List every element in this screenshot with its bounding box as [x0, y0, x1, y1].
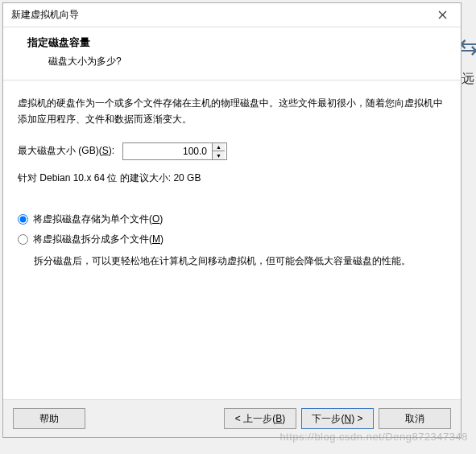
radio-split-files[interactable]: 将虚拟磁盘拆分成多个文件(M) [18, 233, 446, 246]
help-button[interactable]: 帮助 [13, 408, 85, 429]
header-section: 指定磁盘容量 磁盘大小为多少? [3, 27, 461, 80]
cancel-button[interactable]: 取消 [379, 408, 451, 429]
spinner-up-button[interactable]: ▲ [213, 143, 225, 152]
content-area: 虚拟机的硬盘作为一个或多个文件存储在主机的物理磁盘中。这些文件最初很小，随着您向… [3, 80, 461, 399]
disk-size-label: 最大磁盘大小 (GB)(S): [18, 144, 114, 158]
close-button[interactable] [430, 6, 454, 25]
next-button[interactable]: 下一步(N) > [301, 408, 374, 429]
window-title: 新建虚拟机向导 [11, 8, 79, 22]
recommended-size-text: 针对 Debian 10.x 64 位 的建议大小: 20 GB [18, 171, 446, 185]
radio-split-files-input[interactable] [18, 234, 28, 245]
back-button[interactable]: < 上一步(B) [224, 408, 296, 429]
disk-size-input[interactable] [123, 143, 212, 159]
disk-file-radio-group: 将虚拟磁盘存储为单个文件(O) 将虚拟磁盘拆分成多个文件(M) 拆分磁盘后，可以… [18, 213, 446, 269]
spinner-down-button[interactable]: ▼ [213, 151, 225, 159]
radio-split-files-label: 将虚拟磁盘拆分成多个文件(M) [33, 233, 163, 246]
footer: 帮助 < 上一步(B) 下一步(N) > 取消 [3, 399, 461, 437]
page-subtitle: 磁盘大小为多少? [27, 55, 445, 68]
disk-size-spinner[interactable]: ▲ ▼ [122, 142, 227, 160]
bg-partial-text: 远 [462, 71, 474, 88]
radio-single-file-label: 将虚拟磁盘存储为单个文件(O) [33, 213, 163, 226]
page-title: 指定磁盘容量 [27, 35, 445, 50]
radio-single-file-input[interactable] [18, 214, 28, 225]
split-note-text: 拆分磁盘后，可以更轻松地在计算机之间移动虚拟机，但可能会降低大容量磁盘的性能。 [18, 253, 446, 269]
close-icon [438, 10, 447, 19]
wizard-dialog: 新建虚拟机向导 指定磁盘容量 磁盘大小为多少? 虚拟机的硬盘作为一个或多个文件存… [2, 2, 462, 438]
bg-arrow-icon: ⇆ [459, 34, 476, 60]
titlebar: 新建虚拟机向导 [3, 3, 461, 27]
description-text: 虚拟机的硬盘作为一个或多个文件存储在主机的物理磁盘中。这些文件最初很小，随着您向… [18, 95, 446, 128]
radio-single-file[interactable]: 将虚拟磁盘存储为单个文件(O) [18, 213, 446, 226]
disk-size-row: 最大磁盘大小 (GB)(S): ▲ ▼ [18, 142, 446, 160]
